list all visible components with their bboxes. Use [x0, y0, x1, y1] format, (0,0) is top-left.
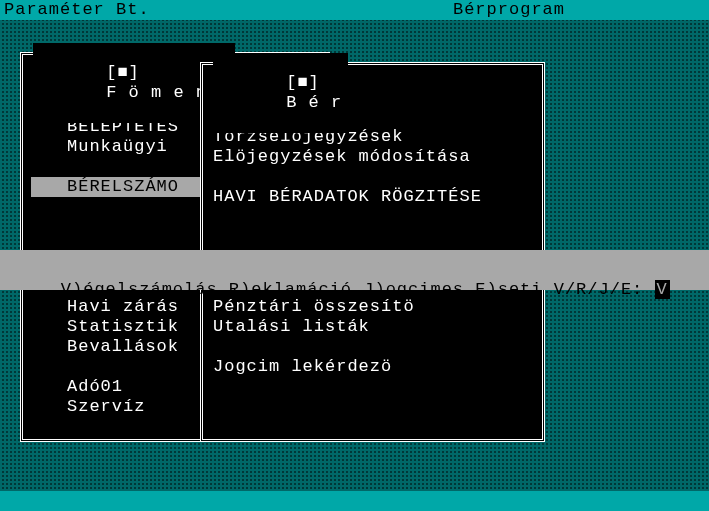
prompt-value[interactable]: V	[655, 280, 670, 299]
menu-item[interactable]: HAVI BÉRADATOK RÖGZITÉSE	[211, 187, 534, 207]
menu-item[interactable]: Pénztári összesítö	[211, 297, 534, 317]
app-company: Paraméter Bt.	[4, 0, 150, 20]
menu-item[interactable]: Utalási listák	[211, 317, 534, 337]
title-bar: Paraméter Bt. Bérprogram	[0, 0, 709, 20]
status-bar: Alt-D Dátum Alt-B Beállítások F9-Menü he…	[0, 491, 709, 511]
app-title: Bérprogram	[453, 0, 705, 20]
menu-item[interactable]: Elöjegyzések módosítása	[211, 147, 534, 167]
prompt-bar[interactable]: V)égelszámolás,R)eklamáció,J)ogcimes,E)s…	[0, 250, 709, 290]
menu-item	[211, 337, 534, 357]
menu-item	[211, 167, 534, 187]
close-icon[interactable]: [■]	[286, 73, 320, 93]
close-icon[interactable]: [■]	[106, 63, 140, 83]
ber-menu-titlebar: [■] B é r	[213, 53, 348, 133]
prompt-text: V)égelszámolás,R)eklamáció,J)ogcimes,E)s…	[61, 280, 655, 299]
menu-item[interactable]: Jogcim lekérdezö	[211, 357, 534, 377]
ber-menu-title: B é r	[286, 93, 342, 112]
workspace: [■] F ö m e n ü PRÓBAAktuális idős BELÉP…	[0, 20, 709, 491]
